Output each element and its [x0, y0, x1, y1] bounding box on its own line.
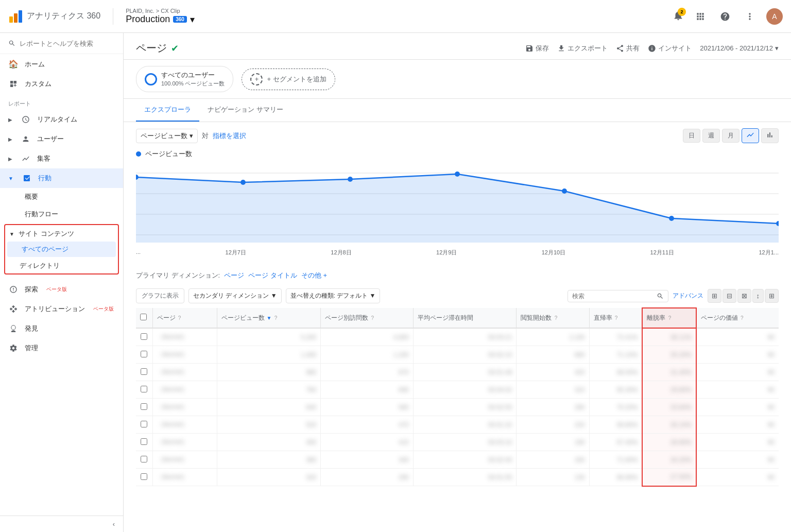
insight-button[interactable]: インサイト: [648, 44, 692, 53]
chart-type-line-button[interactable]: [742, 128, 759, 143]
page-link[interactable]: （blurred）: [157, 438, 188, 445]
site-content-header[interactable]: ▼ サイト コンテンツ: [5, 225, 118, 241]
view-pivot-button[interactable]: ⊠: [737, 289, 751, 303]
page-link[interactable]: （blurred）: [157, 473, 188, 480]
save-button[interactable]: 保存: [525, 44, 549, 53]
help-button[interactable]: [717, 8, 733, 25]
page-link[interactable]: （blurred）: [157, 368, 188, 375]
sidebar-item-overview[interactable]: 概要: [0, 188, 123, 205]
page-link[interactable]: （blurred）: [157, 456, 188, 463]
segment-chip[interactable]: すべてのユーザー 100.00% ページビュー数: [136, 66, 233, 92]
notifications-button[interactable]: 2: [673, 10, 684, 23]
share-button[interactable]: 共有: [616, 44, 640, 53]
primary-dim-other-link[interactable]: その他 +: [301, 271, 327, 280]
sidebar-item-home[interactable]: 🏠 ホーム: [0, 54, 123, 74]
th-unique-pageviews[interactable]: ページ別訪問数 ?: [321, 308, 414, 328]
table-section: プライマリ ディメンション: ページ ページ タイトル その他 + グラフに表示…: [124, 267, 791, 487]
sidebar-item-users[interactable]: ▶ ユーザー: [0, 129, 123, 149]
row-checkbox[interactable]: [141, 456, 147, 462]
sidebar-item-manage[interactable]: 管理: [0, 338, 123, 358]
advanced-link[interactable]: アドバンス: [673, 291, 703, 300]
row-page-value: ¥0: [696, 451, 779, 469]
sidebar-item-all-pages[interactable]: すべてのページ: [7, 242, 116, 257]
svg-rect-2: [19, 10, 22, 23]
select-all-checkbox[interactable]: [140, 314, 147, 320]
bounce-rate-value: 68.50%: [617, 369, 638, 376]
export-button[interactable]: エクスポート: [557, 44, 608, 53]
th-exit-help-icon: ?: [668, 315, 672, 321]
primary-dim-title-link[interactable]: ページ タイトル: [248, 271, 297, 280]
view-custom-button[interactable]: ⊞: [765, 289, 779, 303]
tab-explorer[interactable]: エクスプローラ: [136, 99, 199, 122]
th-entrances[interactable]: 閲覧開始数 ?: [517, 308, 589, 328]
chart-type-bar-button[interactable]: [761, 128, 779, 143]
row-pageviews: 520: [217, 416, 321, 434]
table-search-icon[interactable]: [657, 293, 664, 300]
reports-section-label: レポート: [0, 94, 123, 110]
primary-dim-page-link[interactable]: ページ: [224, 271, 244, 280]
header-breadcrumb: PLAID, Inc. > CX Clip Production 360 ▾: [126, 8, 195, 25]
sidebar-item-explore[interactable]: 探索 ベータ版: [0, 280, 123, 299]
table-search-input[interactable]: [572, 293, 655, 300]
more-button[interactable]: [742, 8, 758, 25]
page-link[interactable]: （blurred）: [157, 403, 188, 410]
period-week-button[interactable]: 週: [702, 129, 720, 143]
entrances-value: 680: [574, 351, 584, 358]
row-checkbox[interactable]: [141, 473, 147, 480]
th-pageviews[interactable]: ページビュー数 ▼ ?: [217, 308, 321, 328]
page-link[interactable]: （blurred）: [157, 421, 188, 428]
tab-nav-summary[interactable]: ナビゲーション サマリー: [199, 99, 291, 122]
secondary-dim-select[interactable]: セカンダリ ディメンション ▼: [188, 288, 282, 303]
graph-display-button[interactable]: グラフに表示: [136, 288, 184, 303]
row-pageviews: 640: [217, 399, 321, 416]
x-label-5: 12月11日: [650, 249, 674, 256]
sidebar-item-behavior[interactable]: ▼ 行動: [0, 168, 123, 188]
sidebar-item-acquisition[interactable]: ▶ 集客: [0, 149, 123, 168]
page-link[interactable]: （blurred）: [157, 351, 188, 358]
view-compare-button[interactable]: ⊟: [723, 289, 736, 303]
sidebar-item-directory[interactable]: ディレクトリ: [5, 258, 118, 273]
page-link[interactable]: （blurred）: [157, 333, 188, 340]
apps-button[interactable]: [692, 8, 709, 25]
exit-rate-value: 30.10%: [670, 421, 692, 428]
th-avg-time[interactable]: 平均ページ滞在時間: [413, 308, 517, 328]
user-avatar[interactable]: A: [766, 8, 783, 25]
row-checkbox[interactable]: [141, 403, 147, 410]
sidebar-item-behavior-flow[interactable]: 行動フロー: [0, 205, 123, 223]
share-label: 共有: [626, 44, 640, 53]
row-checkbox[interactable]: [141, 333, 147, 340]
row-checkbox[interactable]: [141, 351, 147, 357]
row-pageviews: 450: [217, 434, 321, 451]
row-entrances: 310: [517, 381, 589, 399]
metric-add-link[interactable]: 指標を選択: [213, 131, 246, 141]
property-selector[interactable]: Production 360 ▾: [126, 14, 195, 25]
period-day-button[interactable]: 日: [683, 129, 700, 143]
date-range-picker[interactable]: 2021/12/06 - 2021/12/12 ▾: [700, 44, 779, 52]
row-exit-rate: 38.11%: [642, 328, 696, 346]
row-checkbox[interactable]: [141, 438, 147, 445]
row-checkbox[interactable]: [141, 386, 147, 392]
page-link[interactable]: （blurred）: [157, 386, 188, 393]
sidebar-collapse-button[interactable]: ‹: [0, 516, 123, 532]
row-page-value: ¥0: [696, 434, 779, 451]
table-row: （blurred） 380 340 00:02:40 160 71.60% 34…: [136, 451, 779, 469]
sidebar-item-discover[interactable]: 発見: [0, 319, 123, 338]
view-lifecycle-button[interactable]: ↕: [752, 289, 764, 303]
th-page[interactable]: ページ ?: [152, 308, 217, 328]
metric-select[interactable]: ページビュー数 ▾: [136, 129, 198, 143]
sidebar-item-realtime[interactable]: ▶ リアルタイム: [0, 110, 123, 129]
search-input[interactable]: [20, 40, 115, 47]
row-checkbox[interactable]: [141, 421, 147, 427]
add-segment-button[interactable]: + + セグメントを追加: [242, 68, 335, 90]
row-exit-rate: 31.40%: [642, 364, 696, 381]
row-checkbox[interactable]: [141, 368, 147, 375]
th-bounce-rate[interactable]: 直帰率 ?: [589, 308, 642, 328]
sidebar-item-attribution[interactable]: アトリビューション ベータ版: [0, 299, 123, 319]
period-month-button[interactable]: 月: [722, 129, 740, 143]
sort-type-select[interactable]: 並べ替えの種類: デフォルト ▼: [286, 288, 381, 303]
view-grid-button[interactable]: ⊞: [708, 289, 721, 303]
th-exit-rate[interactable]: 離脱率 ?: [642, 308, 696, 328]
sidebar-item-custom[interactable]: カスタム: [0, 74, 123, 94]
x-axis-labels: ... 12月7日 12月8日 12月9日 12月10日 12月11日 12月1…: [136, 247, 779, 259]
th-page-value[interactable]: ページの価値 ?: [696, 308, 779, 328]
